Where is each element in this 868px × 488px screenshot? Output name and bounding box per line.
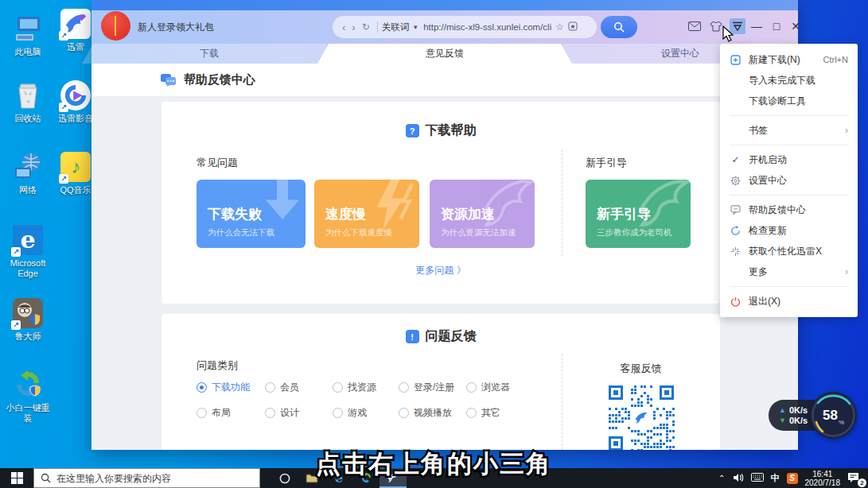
maximize-button[interactable]: □: [767, 17, 786, 36]
desktop-icon-edge[interactable]: e ↗ Microsoft Edge: [5, 224, 51, 279]
refresh-icon[interactable]: ↻: [362, 21, 370, 33]
chat-icon: [730, 204, 741, 216]
promo-title[interactable]: 新人登录领大礼包: [138, 21, 214, 34]
menu-item-exit[interactable]: 退出(X): [720, 291, 858, 312]
address-bar[interactable]: ‹ › ↻ 关联词 ▼ http://misc-xl9-ssl.xunlei.c…: [333, 16, 597, 38]
new-download-icon: [730, 54, 741, 66]
radio-icon: [399, 408, 409, 418]
skin-icon[interactable]: [708, 18, 724, 34]
submenu-arrow-icon: ›: [845, 266, 848, 277]
menu-divider: [730, 195, 848, 196]
url-field[interactable]: http://misc-xl9-ssl.xunlei.com/cli: [423, 22, 551, 32]
acceleration-widget[interactable]: 58 %: [810, 392, 857, 439]
menu-item-help-center[interactable]: 帮助反馈中心: [720, 199, 858, 220]
more-questions-link[interactable]: 更多问题 》: [162, 264, 720, 277]
ludashi-icon: ↗: [12, 297, 44, 329]
menu-item-diagnostic-tool[interactable]: 下载诊断工具: [720, 91, 858, 111]
customer-service-label: 客服反馈: [562, 362, 720, 376]
tab-feedback[interactable]: 意见反馈: [327, 44, 562, 64]
forward-icon[interactable]: ›: [352, 21, 355, 33]
customer-qr-code: [607, 384, 675, 450]
mail-icon[interactable]: [687, 18, 703, 34]
chevron-down-icon[interactable]: ▼: [412, 24, 418, 31]
progress-ring: [810, 392, 857, 439]
radio-browser[interactable]: 浏览器: [466, 381, 510, 394]
menu-item-import-unfinished[interactable]: 导入未完成下载: [720, 70, 858, 91]
radio-icon: [333, 382, 343, 393]
promo-badge-icon[interactable]: [101, 11, 130, 41]
search-icon: [613, 21, 625, 33]
radio-find-resources[interactable]: 找资源: [333, 381, 376, 394]
category-label: 问题类别: [197, 358, 238, 373]
menu-item-personalized[interactable]: 获取个性化迅雷X: [720, 241, 858, 261]
desktop-icon-ludashi[interactable]: ↗ 鲁大师: [5, 297, 51, 342]
main-dropdown-menu: 新建下载(N) Ctrl+N 导入未完成下载 下载诊断工具 书签 › ✓ 开机启…: [720, 44, 858, 317]
download-arrow-icon: ▼: [779, 416, 786, 424]
desktop-icon-xiaobai[interactable]: 小白一键重装: [5, 369, 51, 424]
card-beginner-guide[interactable]: 新手引导 三步教你成为老司机: [586, 180, 691, 248]
download-help-panel: ? 下载帮助 常见问题 新手引导 下载失败 为什么会无法下载 速度慢 为什么下载…: [162, 102, 720, 304]
search-button[interactable]: [601, 16, 637, 38]
shortcut-arrow-icon: ↗: [11, 247, 21, 257]
favorite-star-icon[interactable]: ☆: [555, 21, 564, 33]
divider: [377, 21, 378, 33]
gear-icon: [730, 175, 741, 187]
menu-item-startup[interactable]: ✓ 开机启动: [720, 149, 858, 170]
sparkle-icon: [730, 246, 741, 258]
radio-other[interactable]: 其它: [466, 406, 500, 420]
desktop-icon-recycle-bin[interactable]: 回收站: [5, 79, 51, 124]
card-download-fail[interactable]: 下载失败 为什么会无法下载: [197, 180, 306, 248]
shortcut-arrow-icon: ↗: [11, 320, 21, 330]
add-bookmark-icon[interactable]: [568, 21, 578, 33]
radio-icon: [466, 408, 477, 418]
section-title: 问题反馈: [426, 328, 477, 345]
radio-icon: [466, 382, 477, 393]
refresh-icon: [730, 225, 741, 237]
minimize-button[interactable]: —: [747, 17, 766, 36]
menu-item-new-download[interactable]: 新建下载(N) Ctrl+N: [720, 49, 858, 70]
card-resource-boost[interactable]: 资源加速 为什么资源无法加速: [430, 180, 535, 248]
tab-download[interactable]: 下载: [91, 44, 327, 64]
radio-icon: [399, 382, 409, 393]
desktop-icon-network[interactable]: 网络: [5, 151, 51, 196]
radio-layout[interactable]: 布局: [197, 406, 231, 420]
radio-login-register[interactable]: 登录/注册: [399, 381, 454, 394]
radio-download-feature[interactable]: 下载功能: [197, 381, 250, 394]
upload-arrow-icon: ▲: [779, 406, 786, 414]
shortcut-arrow-icon: ↗: [59, 31, 68, 41]
menu-item-settings[interactable]: 设置中心: [720, 170, 858, 191]
xiaobai-icon: [12, 369, 44, 401]
radio-games[interactable]: 游戏: [333, 406, 367, 420]
xunlei-player-icon: ↗: [60, 79, 91, 111]
page-header: 帮助反馈中心: [91, 64, 798, 96]
radio-membership[interactable]: 会员: [265, 381, 299, 394]
menu-divider: [730, 286, 848, 287]
menu-divider: [730, 115, 848, 116]
card-slow-speed[interactable]: 速度慢 为什么下载速度慢: [314, 180, 419, 248]
back-icon[interactable]: ‹: [342, 21, 345, 33]
recycle-bin-icon: [12, 79, 44, 111]
menu-item-more[interactable]: 更多 ›: [720, 261, 858, 282]
menu-item-bookmarks[interactable]: 书签 ›: [720, 120, 858, 141]
check-icon: ✓: [730, 154, 741, 166]
radio-icon: [333, 408, 343, 418]
power-icon: [730, 296, 741, 308]
edge-icon: e ↗: [12, 224, 44, 256]
mouse-cursor: [722, 25, 735, 43]
keyword-label[interactable]: 关联词: [382, 21, 410, 33]
feedback-panel: ! 问题反馈 问题类别 下载功能 会员 找资源 登录/注册 浏览器 布局 设计 …: [162, 314, 720, 450]
menu-item-check-update[interactable]: 检查更新: [720, 220, 858, 241]
page-title: 帮助反馈中心: [184, 72, 255, 87]
help-center-icon: [160, 73, 177, 87]
divider: [562, 149, 562, 256]
xunlei-icon: ↗: [60, 8, 91, 40]
window-titlebar: 新人登录领大礼包 ‹ › ↻ 关联词 ▼ http://misc-xl9-ssl…: [91, 10, 798, 44]
radio-design[interactable]: 设计: [265, 406, 299, 420]
radio-icon: [265, 408, 275, 418]
radio-video-playback[interactable]: 视频播放: [399, 406, 452, 420]
this-pc-icon: [12, 13, 44, 45]
radio-icon: [197, 382, 207, 393]
close-button[interactable]: ✕: [786, 17, 805, 36]
desktop-icon-this-pc[interactable]: 此电脑: [5, 13, 51, 57]
radio-icon: [265, 382, 275, 393]
